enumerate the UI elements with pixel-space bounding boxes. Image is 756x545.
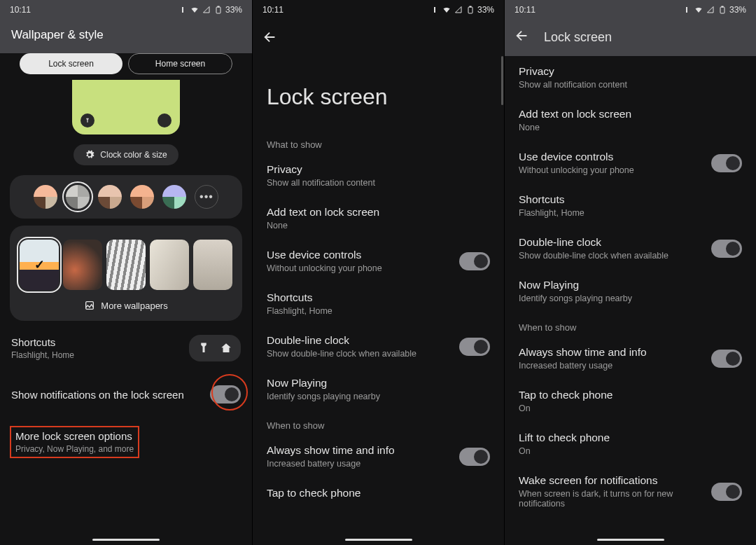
status-icons: 33%	[178, 5, 242, 15]
row-sub: Show all notification content	[267, 178, 490, 188]
add-text-row[interactable]: Add text on lock screenNone	[253, 197, 504, 240]
shortcuts-row[interactable]: ShortcutsFlashlight, Home	[505, 184, 756, 227]
svg-rect-6	[470, 6, 471, 7]
cell-icon	[706, 6, 715, 14]
back-button[interactable]	[514, 28, 530, 46]
row-title: Shortcuts	[519, 193, 742, 206]
signal-bar-icon	[178, 6, 188, 14]
wake-screen-row[interactable]: Wake screen for notificationsWhen screen…	[505, 465, 756, 518]
row-title: Tap to check phone	[267, 487, 490, 499]
privacy-row[interactable]: PrivacyShow all notification content	[253, 154, 504, 197]
section-when-to-show: When to show	[253, 411, 504, 435]
cell-icon	[454, 6, 463, 14]
more-lock-options-row[interactable]: More lock screen options Privacy, Now Pl…	[15, 430, 134, 454]
clock-color-size-button[interactable]: Clock color & size	[74, 144, 178, 165]
row-title: Wake screen for notifications	[519, 474, 711, 487]
wifi-icon	[442, 6, 451, 14]
row-sub: None	[519, 123, 742, 132]
svg-rect-9	[722, 6, 723, 7]
back-button[interactable]	[262, 29, 278, 48]
section-what-to-show: What to show	[253, 130, 504, 154]
row-title: Add text on lock screen	[519, 108, 742, 120]
check-icon: ✓	[34, 257, 45, 272]
status-time: 10:11	[514, 5, 536, 15]
svg-rect-7	[686, 7, 687, 13]
nav-handle[interactable]	[345, 539, 412, 541]
row-title: Tap to check phone	[519, 389, 742, 401]
more-wallpapers-button[interactable]: More wallpapers	[20, 300, 232, 311]
add-text-row[interactable]: Add text on lock screenNone	[505, 99, 756, 142]
row-sub: Flashlight, Home	[519, 208, 742, 218]
double-line-clock-row[interactable]: Double-line clockShow double-line clock …	[505, 227, 756, 270]
scroll-indicator[interactable]	[501, 56, 503, 105]
shortcuts-title: Shortcuts	[11, 336, 189, 348]
row-sub: Without unlocking your phone	[519, 165, 711, 175]
wallpaper-preview[interactable]	[72, 80, 180, 134]
color-swatch[interactable]	[34, 185, 57, 209]
row-title: Lift to check phone	[519, 432, 742, 444]
tab-home-screen[interactable]: Home screen	[128, 53, 232, 74]
more-colors-button[interactable]: •••	[195, 185, 218, 209]
now-playing-row[interactable]: Now PlayingIdentify songs playing nearby	[253, 368, 504, 411]
double-line-switch[interactable]	[711, 240, 742, 258]
wallpaper-thumb[interactable]	[193, 240, 232, 290]
wallpaper-thumb[interactable]: ✓	[20, 240, 59, 290]
always-show-row[interactable]: Always show time and infoIncreased batte…	[253, 435, 504, 478]
svg-rect-4	[434, 7, 435, 13]
color-swatch[interactable]	[130, 185, 154, 209]
svg-rect-1	[216, 7, 220, 13]
status-bar: 10:11 33%	[505, 0, 756, 20]
status-bar: 10:11 33%	[0, 0, 252, 20]
row-sub: Flashlight, Home	[267, 306, 490, 316]
wallpaper-thumb[interactable]	[150, 240, 189, 290]
tap-check-row[interactable]: Tap to check phoneOn	[505, 380, 756, 422]
page-title: Wallpaper & style	[0, 20, 252, 53]
color-swatch[interactable]	[66, 185, 90, 209]
arrow-left-icon	[514, 28, 530, 43]
privacy-row[interactable]: PrivacyShow all notification content	[505, 56, 756, 99]
row-title: Now Playing	[267, 377, 490, 389]
device-controls-switch[interactable]	[711, 154, 742, 172]
row-title: Shortcuts	[267, 291, 490, 304]
nav-handle[interactable]	[92, 539, 160, 541]
battery-icon	[214, 6, 223, 14]
always-show-switch[interactable]	[711, 350, 742, 368]
battery-pct: 33%	[729, 5, 746, 15]
battery-icon	[465, 6, 475, 14]
row-title: Now Playing	[519, 279, 742, 291]
device-controls-row[interactable]: Use device controlsWithout unlocking you…	[253, 240, 504, 282]
double-line-switch[interactable]	[459, 338, 490, 356]
wallpaper-thumb[interactable]	[63, 240, 102, 290]
always-show-row[interactable]: Always show time and infoIncreased batte…	[505, 337, 756, 380]
wallpaper-thumb[interactable]	[106, 240, 146, 290]
always-show-switch[interactable]	[459, 448, 490, 466]
shortcuts-sub: Flashlight, Home	[11, 350, 189, 360]
now-playing-row[interactable]: Now PlayingIdentify songs playing nearby	[505, 270, 756, 312]
signal-bar-icon	[682, 6, 692, 14]
status-icons: 33%	[682, 5, 746, 15]
wallpaper-card: ✓ More wallpapers	[10, 226, 242, 321]
row-title: Double-line clock	[267, 334, 459, 347]
shortcuts-row[interactable]: ShortcutsFlashlight, Home	[253, 282, 504, 325]
shortcuts-row[interactable]: Shortcuts Flashlight, Home	[10, 325, 242, 371]
wifi-icon	[694, 6, 704, 14]
tap-check-row[interactable]: Tap to check phone	[253, 478, 504, 509]
wake-screen-switch[interactable]	[711, 483, 742, 501]
status-time: 10:11	[262, 5, 284, 15]
nav-handle[interactable]	[597, 539, 664, 541]
device-controls-switch[interactable]	[459, 252, 490, 270]
color-swatch[interactable]	[98, 185, 122, 209]
page-title: Lock screen	[253, 52, 504, 130]
device-controls-row[interactable]: Use device controlsWithout unlocking you…	[505, 142, 756, 184]
home-icon	[162, 117, 168, 125]
color-swatch[interactable]	[162, 185, 186, 209]
row-title: Privacy	[267, 163, 490, 176]
show-notifications-row[interactable]: Show notifications on the lock screen	[10, 371, 242, 418]
tab-lock-screen[interactable]: Lock screen	[20, 53, 122, 74]
double-line-clock-row[interactable]: Double-line clockShow double-line clock …	[253, 325, 504, 368]
row-title: Privacy	[519, 65, 742, 78]
row-sub: None	[267, 221, 490, 230]
gear-icon	[85, 150, 94, 160]
lift-check-row[interactable]: Lift to check phoneOn	[505, 422, 756, 465]
row-sub: On	[519, 403, 742, 413]
